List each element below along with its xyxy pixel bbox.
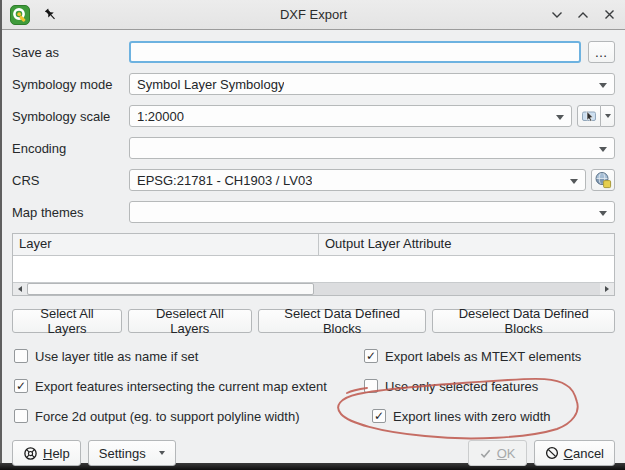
select-data-defined-blocks-button[interactable]: Select Data Defined Blocks bbox=[258, 309, 427, 333]
check-icon bbox=[479, 447, 492, 460]
layer-table: Layer Output Layer Attribute bbox=[12, 233, 615, 296]
layer-action-buttons: Select All Layers Deselect All Layers Se… bbox=[12, 309, 615, 333]
row-encoding: Encoding bbox=[12, 137, 615, 159]
option-label: Export features intersecting the current… bbox=[35, 379, 327, 394]
export-options: Use layer title as name if set ✓ Export … bbox=[12, 347, 615, 425]
option-use-layer-title[interactable]: Use layer title as name if set bbox=[14, 347, 364, 365]
deselect-all-layers-button[interactable]: Deselect All Layers bbox=[128, 309, 252, 333]
scale-from-map-split-button bbox=[577, 105, 615, 127]
row-symbology-mode: Symbology mode Symbol Layer Symbology bbox=[12, 73, 615, 95]
chevron-down-icon bbox=[556, 115, 564, 120]
pin-icon[interactable] bbox=[42, 7, 58, 23]
crs-globe-icon bbox=[594, 171, 612, 189]
help-button[interactable]: Help bbox=[12, 440, 81, 466]
browse-button[interactable]: … bbox=[588, 41, 615, 63]
option-export-features-map-extent[interactable]: ✓ Export features intersecting the curre… bbox=[14, 377, 364, 395]
horizontal-scrollbar bbox=[13, 282, 614, 295]
maximize-window-icon[interactable] bbox=[575, 7, 591, 23]
crs-value: EPSG:21781 - CH1903 / LV03 bbox=[137, 173, 312, 188]
crs-label: CRS bbox=[12, 173, 129, 188]
row-save-as: Save as … bbox=[12, 41, 615, 63]
triangle-left-icon bbox=[18, 286, 22, 292]
symbology-mode-combobox[interactable]: Symbol Layer Symbology bbox=[129, 73, 615, 95]
row-crs: CRS EPSG:21781 - CH1903 / LV03 bbox=[12, 169, 615, 191]
triangle-right-icon bbox=[605, 286, 609, 292]
chevron-down-icon bbox=[570, 179, 578, 184]
symbology-mode-label: Symbology mode bbox=[12, 77, 129, 92]
symbology-mode-value: Symbol Layer Symbology bbox=[137, 77, 284, 92]
chevron-down-icon bbox=[599, 211, 607, 216]
symbology-scale-label: Symbology scale bbox=[12, 109, 129, 124]
screenshot-root: DXF Export bbox=[0, 0, 625, 470]
scroll-right-button[interactable] bbox=[600, 283, 614, 295]
scroll-left-button[interactable] bbox=[13, 283, 27, 295]
dxf-export-dialog: DXF Export bbox=[2, 0, 625, 463]
option-label: Force 2d output (eg. to support polyline… bbox=[35, 409, 299, 424]
titlebar[interactable]: DXF Export bbox=[2, 0, 625, 30]
select-crs-button[interactable] bbox=[591, 169, 615, 191]
checkbox-icon bbox=[14, 409, 28, 423]
cancel-button-label: Cancel bbox=[564, 446, 604, 461]
checkbox-icon bbox=[14, 349, 28, 363]
map-themes-combobox[interactable] bbox=[129, 201, 615, 223]
window-controls bbox=[549, 7, 617, 23]
encoding-label: Encoding bbox=[12, 141, 129, 156]
chevron-down-icon bbox=[159, 451, 165, 455]
option-label: Export labels as MTEXT elements bbox=[385, 349, 581, 364]
scale-options-arrow-button[interactable] bbox=[601, 105, 615, 127]
crs-combobox[interactable]: EPSG:21781 - CH1903 / LV03 bbox=[129, 169, 586, 191]
checkbox-checked-icon: ✓ bbox=[364, 349, 378, 363]
scrollbar-track[interactable] bbox=[27, 283, 600, 295]
layer-table-header: Layer Output Layer Attribute bbox=[13, 234, 614, 256]
deselect-data-defined-blocks-button[interactable]: Deselect Data Defined Blocks bbox=[432, 309, 615, 333]
save-as-input[interactable] bbox=[129, 41, 581, 63]
checkbox-checked-icon: ✓ bbox=[14, 379, 28, 393]
help-icon bbox=[23, 446, 38, 461]
close-window-icon[interactable] bbox=[601, 7, 617, 23]
option-use-only-selected-features[interactable]: Use only selected features bbox=[364, 377, 615, 395]
window-title: DXF Export bbox=[2, 7, 625, 22]
map-themes-label: Map themes bbox=[12, 205, 129, 220]
option-export-labels-mtext[interactable]: ✓ Export labels as MTEXT elements bbox=[364, 347, 615, 365]
select-all-layers-button[interactable]: Select All Layers bbox=[12, 309, 122, 333]
save-as-label: Save as bbox=[12, 45, 129, 60]
symbology-scale-value: 1:20000 bbox=[137, 109, 184, 124]
map-cursor-icon bbox=[581, 108, 597, 124]
column-header-output-layer-attribute[interactable]: Output Layer Attribute bbox=[319, 234, 614, 255]
option-force-2d-output[interactable]: Force 2d output (eg. to support polyline… bbox=[14, 407, 364, 425]
row-symbology-scale: Symbology scale 1:20000 bbox=[12, 105, 615, 127]
checkbox-icon bbox=[364, 379, 378, 393]
scrollbar-thumb[interactable] bbox=[27, 283, 314, 295]
checkbox-checked-icon: ✓ bbox=[372, 409, 386, 423]
layer-table-body[interactable] bbox=[13, 256, 614, 282]
cancel-circle-slash-icon bbox=[545, 446, 559, 460]
settings-button-label: Settings bbox=[99, 446, 146, 461]
ok-button[interactable]: OK bbox=[468, 440, 527, 466]
option-label: Export lines with zero width bbox=[393, 409, 551, 424]
chevron-down-icon bbox=[599, 83, 607, 88]
option-label: Use layer title as name if set bbox=[35, 349, 198, 364]
settings-button[interactable]: Settings bbox=[88, 440, 176, 466]
column-header-layer[interactable]: Layer bbox=[13, 234, 319, 255]
encoding-combobox[interactable] bbox=[129, 137, 615, 159]
dialog-footer: Help Settings OK Cancel bbox=[2, 440, 625, 466]
chevron-down-icon bbox=[599, 147, 607, 152]
cancel-button[interactable]: Cancel bbox=[534, 440, 615, 466]
option-export-lines-zero-width[interactable]: ✓ Export lines with zero width bbox=[364, 407, 615, 425]
row-map-themes: Map themes bbox=[12, 201, 615, 223]
set-scale-from-canvas-button[interactable] bbox=[577, 105, 601, 127]
option-label: Use only selected features bbox=[385, 379, 538, 394]
shade-window-icon[interactable] bbox=[549, 7, 565, 23]
qgis-logo-icon[interactable] bbox=[10, 5, 30, 25]
chevron-down-icon bbox=[605, 114, 611, 118]
ok-button-label: OK bbox=[497, 446, 516, 461]
help-button-label: Help bbox=[43, 446, 70, 461]
symbology-scale-combobox[interactable]: 1:20000 bbox=[129, 105, 572, 127]
